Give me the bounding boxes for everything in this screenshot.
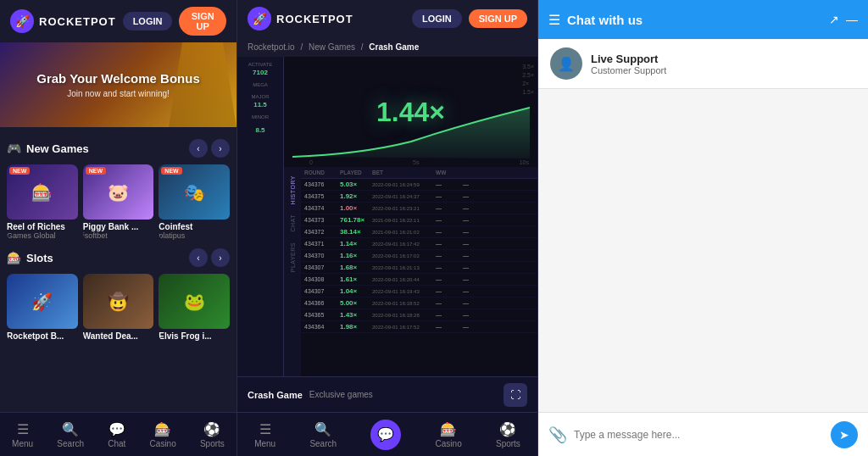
game-card-reel[interactable]: NEW 🎰 Reel of Riches Games Global [7,164,78,240]
table-row[interactable]: 434364 1.98× 2022-09-01 16:17:52 — — [301,321,537,333]
menu-icon: ☰ [17,421,29,437]
slot-card-wanted[interactable]: 🤠 Wanted Dea... [83,274,154,341]
avatar-icon: 👤 [558,56,575,72]
chat-tab[interactable]: CHAT [288,209,298,237]
attach-icon[interactable]: 📎 [548,425,567,444]
game-card-coin[interactable]: NEW 🎭 Coinfest platipus [159,164,230,240]
table-row[interactable]: 434374 1.00× 2022-09-01 16:23:21 — — [301,203,537,214]
fullscreen-button[interactable]: ⛶ [504,383,527,407]
table-row[interactable]: 434366 5.00× 2022-09-01 16:18:52 — — [301,298,537,309]
popout-icon[interactable]: ↗ [829,13,839,26]
nav-chat[interactable]: 💬 Chat [101,418,132,452]
minimize-icon[interactable]: — [846,13,858,26]
prev-arrow[interactable]: ‹ [189,139,208,158]
mid-menu-label: Menu [254,439,275,448]
slots-icon: 🎰 [7,251,21,264]
game-provider-piggy: isoftbet [83,231,154,240]
slot-card-elvis[interactable]: 🐸 Elvis Frog i... [159,274,230,341]
table-row[interactable]: 434307 1.68× 2022-09-01 16:21:13 — — [301,262,537,274]
next-arrow[interactable]: › [211,139,230,158]
mid-login-button[interactable]: LOGIN [412,9,462,28]
breadcrumb-current: Crash Game [369,42,419,52]
new-games-title: 🎮 New Games [7,142,89,155]
cell-date: 2022-09-01 16:19:43 [372,289,436,294]
table-row[interactable]: 434372 38.14× 2021-09-01 16:21:02 — — [301,226,537,238]
jackpot-minor: MINOR [239,113,281,123]
game-card-piggy[interactable]: NEW 🐷 Piggy Bank ... isoftbet [83,164,154,240]
table-row[interactable]: 434308 1.61× 2022-09-01 16:20:44 — — [301,274,537,286]
crash-side-tabs: HISTORY CHAT PLAYERS [284,167,301,376]
send-button[interactable]: ➤ [831,421,858,448]
game-name-reel: Reel of Riches [7,222,78,231]
table-row[interactable]: 434365 1.43× 2022-09-01 16:18:28 — — [301,309,537,321]
mid-signup-button[interactable]: SIGN UP [469,9,527,28]
game-provider-coin: platipus [159,231,230,240]
slot-card-rocketpot[interactable]: 🚀 Rocketpot B... [7,274,78,341]
cell-ww: — [463,241,490,247]
cell-mult: 1.00× [340,204,372,212]
table-row[interactable]: 434375 1.92× 2022-09-01 16:24:37 — — [301,191,537,203]
game-thumb-reel: NEW 🎰 [7,164,78,220]
players-tab[interactable]: PLAYERS [288,237,298,277]
casino-icon: 🎰 [154,421,171,437]
chat-input[interactable] [574,429,824,441]
slot-name-rocketpot: Rocketpot B... [7,331,78,341]
table-row[interactable]: 434373 761.78× 2021-09-01 16:22:11 — — [301,214,537,226]
nav-search[interactable]: 🔍 Search [50,418,91,452]
th-extra [463,170,490,175]
nav-menu[interactable]: ☰ Menu [5,418,40,452]
mid-nav-chat[interactable]: 💬 [364,416,408,453]
cell-ww: — [463,312,490,318]
crash-graph: 3.5× 2.5× 2× 1.5× [284,57,537,167]
cell-bet: — [436,288,463,294]
cell-mult: 1.04× [340,287,372,295]
table-row[interactable]: 434376 5.03× 2022-09-01 16:24:59 — — [301,179,537,191]
mid-menu-icon: ☰ [259,421,271,437]
cell-bet: — [436,312,463,318]
agent-role: Customer Support [591,65,666,75]
th-played: PLAYED [340,170,372,175]
mid-nav-sports[interactable]: ⚽ Sports [489,418,527,452]
chat-label: Chat [108,439,125,448]
cell-ww: — [463,288,490,294]
breadcrumb-exclusive[interactable]: New Games [309,42,355,52]
sports-icon: ⚽ [203,421,220,437]
sports-label: Sports [200,439,225,448]
chat-agent-bar: 👤 Live Support Customer Support [538,39,868,89]
cell-ww: — [463,276,490,282]
cell-mult: 1.98× [340,323,372,331]
signup-button[interactable]: SIGN UP [179,7,226,36]
breadcrumb-home[interactable]: Rocketpot.io [248,42,295,52]
slots-prev-arrow[interactable]: ‹ [189,248,208,267]
logo-text: ROCKETPOT [39,15,116,28]
scroll-area: 🎮 New Games ‹ › NEW 🎰 Reel of Riches Gam… [0,127,236,412]
cell-bet: — [436,264,463,270]
history-tab[interactable]: HISTORY [288,170,298,209]
mid-nav-search[interactable]: 🔍 Search [303,418,343,452]
game-info: Crash Game Exclusive games [248,390,373,400]
table-row[interactable]: 434371 1.14× 2022-09-01 16:17:42 — — [301,238,537,250]
cell-date: 2022-09-01 16:18:28 [372,313,436,318]
cell-round: 434370 [304,253,340,259]
slots-next-arrow[interactable]: › [211,248,230,267]
hamburger-icon[interactable]: ☰ [548,12,560,28]
cell-round: 434365 [304,312,340,318]
cell-mult: 761.78× [340,216,372,224]
table-row[interactable]: 434307 1.04× 2022-09-01 16:19:43 — — [301,286,537,298]
slot-name-elvis: Elvis Frog i... [159,331,230,341]
nav-casino[interactable]: 🎰 Casino [143,418,183,452]
casino-label: Casino [150,439,176,448]
search-label: Search [57,439,84,448]
mid-panel: 🚀 ROCKETPOT LOGIN SIGN UP Rocketpot.io /… [237,0,538,456]
cell-round: 434307 [304,264,340,270]
mid-nav-menu[interactable]: ☰ Menu [248,418,282,452]
crash-game-area: ACTIVATE 7102 MEGA MAJOR 11.5 MINOR 8.5 [237,57,537,376]
cell-ww: — [463,229,490,235]
slot-thumb-elvis: 🐸 [159,274,230,329]
nav-sports[interactable]: ⚽ Sports [193,418,231,452]
hero-text: Grab Your Welcome Bonus Join now and sta… [36,71,200,98]
login-button[interactable]: LOGIN [123,12,173,31]
chat-header: ☰ Chat with us ↗ — [538,0,868,39]
table-row[interactable]: 434370 1.16× 2022-09-01 16:17:02 — — [301,250,537,262]
mid-nav-casino[interactable]: 🎰 Casino [429,418,469,452]
